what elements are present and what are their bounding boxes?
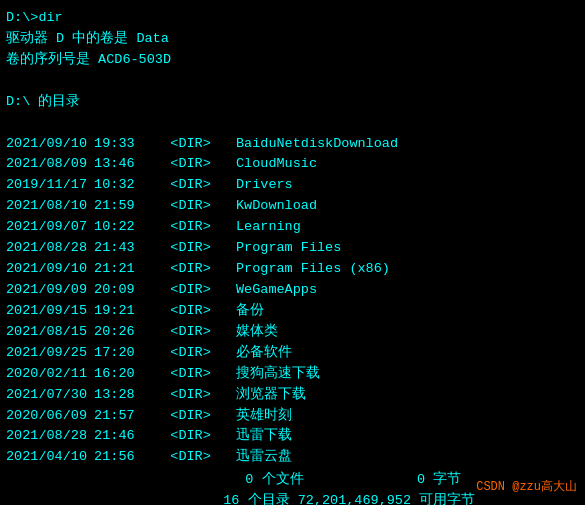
table-row: 2021/09/25 17:20 <DIR> 必备软件 xyxy=(6,343,579,364)
entry-time: 21:46 xyxy=(86,426,146,447)
entry-time: 13:28 xyxy=(86,385,146,406)
drive-info-1: 驱动器 D 中的卷是 Data xyxy=(6,29,579,50)
table-row: 2021/09/15 19:21 <DIR> 备份 xyxy=(6,301,579,322)
entry-date: 2021/04/10 xyxy=(6,447,86,468)
table-row: 2021/08/28 21:43 <DIR> Program Files xyxy=(6,238,579,259)
table-row: 2020/06/09 21:57 <DIR> 英雄时刻 xyxy=(6,406,579,427)
entry-time: 19:33 xyxy=(86,134,146,155)
entry-name: 英雄时刻 xyxy=(236,406,292,427)
entry-time: 21:56 xyxy=(86,447,146,468)
entry-date: 2021/09/09 xyxy=(6,280,86,301)
dir-header: D:\ 的目录 xyxy=(6,92,579,113)
entry-type: <DIR> xyxy=(146,196,236,217)
entry-date: 2019/11/17 xyxy=(6,175,86,196)
prompt-line: D:\>dir xyxy=(6,8,579,29)
entry-date: 2021/09/10 xyxy=(6,259,86,280)
entry-type: <DIR> xyxy=(146,301,236,322)
entry-date: 2021/08/10 xyxy=(6,196,86,217)
entry-time: 21:59 xyxy=(86,196,146,217)
entry-type: <DIR> xyxy=(146,238,236,259)
entry-time: 10:22 xyxy=(86,217,146,238)
entry-type: <DIR> xyxy=(146,280,236,301)
entry-date: 2021/08/09 xyxy=(6,154,86,175)
entry-date: 2021/07/30 xyxy=(6,385,86,406)
entry-name: BaiduNetdiskDownload xyxy=(236,134,398,155)
entry-name: 迅雷下载 xyxy=(236,426,292,447)
entry-time: 21:57 xyxy=(86,406,146,427)
entry-type: <DIR> xyxy=(146,406,236,427)
blank-line-1 xyxy=(6,71,579,92)
entry-name: 迅雷云盘 xyxy=(236,447,292,468)
entry-type: <DIR> xyxy=(146,426,236,447)
entry-name: Program Files xyxy=(236,238,341,259)
entry-time: 17:20 xyxy=(86,343,146,364)
entry-time: 21:43 xyxy=(86,238,146,259)
entry-date: 2020/02/11 xyxy=(6,364,86,385)
blank-line-2 xyxy=(6,113,579,134)
entry-type: <DIR> xyxy=(146,259,236,280)
entry-type: <DIR> xyxy=(146,322,236,343)
entry-name: Program Files (x86) xyxy=(236,259,390,280)
entry-date: 2021/09/15 xyxy=(6,301,86,322)
table-row: 2021/08/28 21:46 <DIR> 迅雷下载 xyxy=(6,426,579,447)
table-row: 2020/02/11 16:20 <DIR> 搜狗高速下载 xyxy=(6,364,579,385)
table-row: 2021/09/10 19:33 <DIR> BaiduNetdiskDownl… xyxy=(6,134,579,155)
table-row: 2019/11/17 10:32 <DIR> Drivers xyxy=(6,175,579,196)
entry-date: 2021/09/07 xyxy=(6,217,86,238)
entry-time: 21:21 xyxy=(86,259,146,280)
entry-time: 13:46 xyxy=(86,154,146,175)
entry-type: <DIR> xyxy=(146,134,236,155)
entry-time: 20:26 xyxy=(86,322,146,343)
table-row: 2021/09/07 10:22 <DIR> Learning xyxy=(6,217,579,238)
entry-date: 2021/09/10 xyxy=(6,134,86,155)
entry-name: 备份 xyxy=(236,301,264,322)
entry-name: 搜狗高速下载 xyxy=(236,364,320,385)
table-row: 2021/08/09 13:46 <DIR> CloudMusic xyxy=(6,154,579,175)
entry-date: 2020/06/09 xyxy=(6,406,86,427)
table-row: 2021/09/10 21:21 <DIR> Program Files (x8… xyxy=(6,259,579,280)
entry-name: Drivers xyxy=(236,175,293,196)
entry-name: Learning xyxy=(236,217,301,238)
entry-name: WeGameApps xyxy=(236,280,317,301)
entry-time: 10:32 xyxy=(86,175,146,196)
entry-name: CloudMusic xyxy=(236,154,317,175)
watermark: CSDN @zzu高大山 xyxy=(476,478,577,495)
entry-name: 必备软件 xyxy=(236,343,292,364)
entry-type: <DIR> xyxy=(146,343,236,364)
entry-type: <DIR> xyxy=(146,385,236,406)
entry-time: 16:20 xyxy=(86,364,146,385)
entry-date: 2021/08/28 xyxy=(6,238,86,259)
entry-type: <DIR> xyxy=(146,217,236,238)
table-row: 2021/07/30 13:28 <DIR> 浏览器下载 xyxy=(6,385,579,406)
entry-name: 浏览器下载 xyxy=(236,385,306,406)
entry-time: 20:09 xyxy=(86,280,146,301)
entry-type: <DIR> xyxy=(146,154,236,175)
entry-type: <DIR> xyxy=(146,175,236,196)
table-row: 2021/08/10 21:59 <DIR> KwDownload xyxy=(6,196,579,217)
drive-info-2: 卷的序列号是 ACD6-503D xyxy=(6,50,579,71)
terminal-window: D:\>dir 驱动器 D 中的卷是 Data 卷的序列号是 ACD6-503D… xyxy=(0,0,585,505)
dir-entries: 2021/09/10 19:33 <DIR> BaiduNetdiskDownl… xyxy=(6,134,579,469)
entry-time: 19:21 xyxy=(86,301,146,322)
entry-name: 媒体类 xyxy=(236,322,278,343)
entry-date: 2021/09/25 xyxy=(6,343,86,364)
entry-type: <DIR> xyxy=(146,447,236,468)
table-row: 2021/08/15 20:26 <DIR> 媒体类 xyxy=(6,322,579,343)
entry-name: KwDownload xyxy=(236,196,317,217)
table-row: 2021/09/09 20:09 <DIR> WeGameApps xyxy=(6,280,579,301)
entry-date: 2021/08/15 xyxy=(6,322,86,343)
entry-date: 2021/08/28 xyxy=(6,426,86,447)
entry-type: <DIR> xyxy=(146,364,236,385)
table-row: 2021/04/10 21:56 <DIR> 迅雷云盘 xyxy=(6,447,579,468)
